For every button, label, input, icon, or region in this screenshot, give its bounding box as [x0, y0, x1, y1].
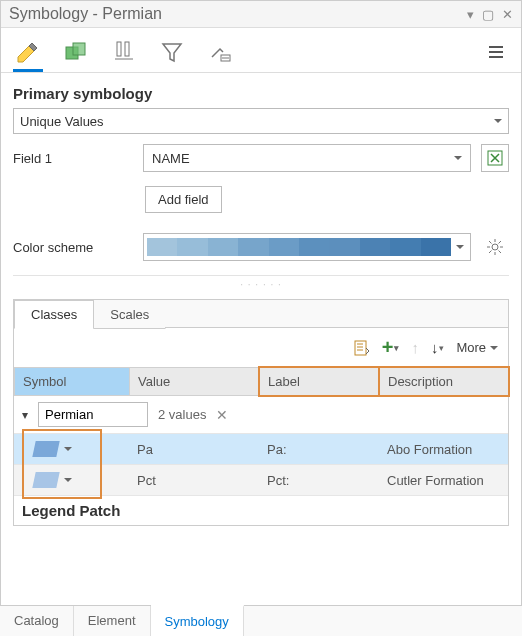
- expression-button[interactable]: [481, 144, 509, 172]
- vary-symbology-tab-icon[interactable]: [61, 34, 91, 72]
- svg-rect-3: [125, 42, 129, 56]
- group-collapse-icon[interactable]: ▾: [22, 408, 28, 422]
- add-field-button[interactable]: Add field: [145, 186, 222, 213]
- titlebar: Symbology - Permian ▾ ▢ ✕: [1, 1, 521, 28]
- classes-tabstrip: Classes Scales: [14, 300, 508, 328]
- autohide-icon[interactable]: ▾: [467, 7, 474, 22]
- move-up-button: ↑: [411, 339, 419, 356]
- field-1-row: Field 1 NAME: [13, 144, 509, 172]
- symbology-method-value: Unique Values: [20, 114, 104, 129]
- symbology-toolbar: [1, 28, 521, 73]
- advanced-tab-icon[interactable]: [205, 34, 235, 72]
- classes-grid: Symbol Value Label Description ▾ 2 value…: [14, 367, 508, 496]
- add-class-button[interactable]: +▾: [382, 336, 400, 359]
- description-cell[interactable]: Cutler Formation: [379, 465, 508, 496]
- group-count: 2 values: [158, 407, 206, 422]
- color-scheme-swatches: [147, 238, 451, 256]
- bottom-tabstrip: Catalog Element Symbology: [0, 605, 522, 636]
- symbol-cell[interactable]: [14, 465, 129, 496]
- symbol-cell[interactable]: [14, 434, 129, 465]
- more-menu[interactable]: More: [456, 340, 498, 355]
- filter-tab-icon[interactable]: [157, 34, 187, 72]
- primary-symbology-heading: Primary symbology: [13, 85, 509, 102]
- resize-grip[interactable]: · · · · · ·: [13, 275, 509, 293]
- svg-line-17: [499, 251, 502, 254]
- col-symbol[interactable]: Symbol: [14, 367, 129, 396]
- color-scheme-row: Color scheme: [13, 233, 509, 261]
- legend-patch-heading: Legend Patch: [14, 496, 508, 525]
- col-label[interactable]: Label: [259, 367, 379, 396]
- label-cell[interactable]: Pa:: [259, 434, 379, 465]
- svg-line-18: [499, 241, 502, 244]
- field-1-label: Field 1: [13, 151, 133, 166]
- label-cell[interactable]: Pct:: [259, 465, 379, 496]
- svg-line-19: [489, 251, 492, 254]
- svg-line-16: [489, 241, 492, 244]
- value-cell[interactable]: Pct: [129, 465, 259, 496]
- value-cell[interactable]: Pa: [129, 434, 259, 465]
- symbol-dropdown-icon[interactable]: [64, 447, 72, 455]
- list-options-icon[interactable]: [354, 340, 370, 356]
- classes-toolbar: +▾ ↑ ↓▾ More: [14, 328, 508, 367]
- color-scheme-options-button[interactable]: [481, 233, 509, 261]
- symbol-swatch: [32, 472, 59, 488]
- window-title: Symbology - Permian: [9, 5, 467, 23]
- catalog-tab[interactable]: Catalog: [0, 606, 74, 636]
- scales-tab[interactable]: Scales: [93, 300, 166, 329]
- move-down-button[interactable]: ↓▾: [431, 339, 445, 356]
- group-remove-icon[interactable]: ✕: [216, 407, 228, 423]
- svg-rect-20: [355, 341, 366, 355]
- svg-rect-1: [73, 43, 85, 55]
- primary-symbology-tab-icon[interactable]: [13, 34, 43, 72]
- svg-point-11: [492, 244, 498, 250]
- symbology-tab[interactable]: Symbology: [151, 605, 244, 636]
- description-cell[interactable]: Abo Formation: [379, 434, 508, 465]
- classes-tab[interactable]: Classes: [14, 300, 94, 329]
- symbol-dropdown-icon[interactable]: [64, 478, 72, 486]
- maximize-icon[interactable]: ▢: [482, 7, 494, 22]
- group-row: ▾ 2 values ✕: [14, 396, 508, 434]
- svg-rect-2: [117, 42, 121, 56]
- menu-icon[interactable]: [487, 43, 505, 64]
- color-scheme-label: Color scheme: [13, 240, 133, 255]
- col-description[interactable]: Description: [379, 367, 508, 396]
- close-icon[interactable]: ✕: [502, 7, 513, 22]
- symbol-layer-drawing-tab-icon[interactable]: [109, 34, 139, 72]
- window-controls: ▾ ▢ ✕: [467, 7, 513, 22]
- symbology-method-dropdown[interactable]: Unique Values: [13, 108, 509, 134]
- element-tab[interactable]: Element: [74, 606, 151, 636]
- group-name-input[interactable]: [38, 402, 148, 427]
- symbol-swatch: [32, 441, 59, 457]
- field-1-dropdown[interactable]: NAME: [143, 144, 471, 172]
- col-value[interactable]: Value: [129, 367, 259, 396]
- classes-panel: Classes Scales +▾ ↑ ↓▾ More Symbol Value…: [13, 299, 509, 526]
- field-1-value: NAME: [152, 151, 190, 166]
- color-scheme-dropdown[interactable]: [143, 233, 471, 261]
